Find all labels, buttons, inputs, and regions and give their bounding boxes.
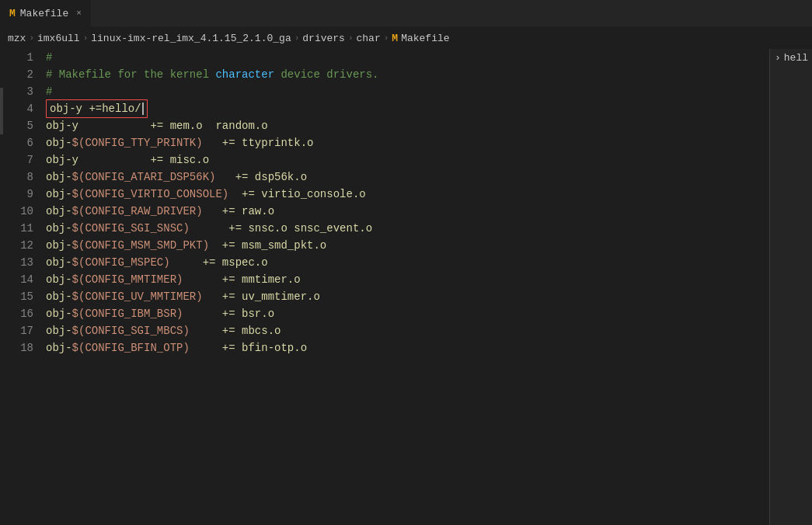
- line-14-config: $(CONFIG_MMTIMER): [72, 271, 183, 288]
- line-6-rest: += ttyprintk.o: [203, 134, 314, 151]
- code-line-18: obj-$(CONFIG_BFIN_OTP) += bfin-otp.o: [46, 339, 812, 356]
- line-2-content: # Makefile for the kernel character devi…: [46, 66, 378, 83]
- breadcrumb-file-icon: M: [392, 33, 398, 44]
- right-panel: › hell: [769, 49, 812, 525]
- right-panel-label: hell: [784, 52, 808, 64]
- line-13-config: $(CONFIG_MSPEC): [72, 254, 170, 271]
- line-3-content: #: [46, 83, 52, 100]
- line-18-obj: obj-: [46, 339, 72, 356]
- code-line-11: obj-$(CONFIG_SGI_SNSC) += snsc.o snsc_ev…: [46, 220, 812, 237]
- line-18-config: $(CONFIG_BFIN_OTP): [72, 339, 190, 356]
- line-num-17: 17: [16, 322, 33, 339]
- code-line-7: obj-y += misc.o: [46, 151, 812, 169]
- code-line-13: obj-$(CONFIG_MSPEC) += mspec.o: [46, 254, 812, 271]
- line-16-config: $(CONFIG_IBM_BSR): [72, 305, 183, 322]
- tab-makefile[interactable]: M Makefile ×: [0, 0, 92, 27]
- breadcrumb-linux[interactable]: linux-imx-rel_imx_4.1.15_2.1.0_ga: [91, 33, 291, 44]
- right-panel-toggle[interactable]: › hell: [770, 49, 812, 67]
- sep-5: ›: [384, 33, 389, 43]
- code-line-17: obj-$(CONFIG_SGI_MBCS) += mbcs.o: [46, 322, 812, 339]
- tab-label: Makefile: [20, 8, 68, 19]
- line-1-content: #: [46, 49, 52, 66]
- line-15-rest: += uv_mmtimer.o: [203, 288, 320, 305]
- sep-1: ›: [29, 33, 34, 43]
- line-num-11: 11: [16, 220, 33, 237]
- line-numbers: 1 2 3 4 5 6 7 8 9 10 11 12 13 14 15 16 1…: [0, 49, 43, 525]
- line-8-config: $(CONFIG_ATARI_DSP56K): [72, 169, 216, 186]
- code-line-12: obj-$(CONFIG_MSM_SMD_PKT) += msm_smd_pkt…: [46, 237, 812, 254]
- line-num-1: 1: [16, 49, 33, 66]
- line-num-14: 14: [16, 271, 33, 288]
- code-line-1: #: [46, 49, 812, 66]
- line-11-obj: obj-: [46, 220, 72, 237]
- makefile-tab-icon: M: [9, 8, 16, 19]
- line-num-12: 12: [16, 237, 33, 254]
- line-14-obj: obj-: [46, 271, 72, 288]
- code-line-14: obj-$(CONFIG_MMTIMER) += mmtimer.o: [46, 271, 812, 288]
- line-14-rest: += mmtimer.o: [183, 271, 300, 288]
- line-17-rest: += mbcs.o: [190, 322, 281, 339]
- line-13-rest: += mspec.o: [170, 254, 268, 271]
- line-6-config: $(CONFIG_TTY_PRINTK): [72, 134, 203, 151]
- code-line-2: # Makefile for the kernel character devi…: [46, 66, 812, 83]
- code-content[interactable]: # # Makefile for the kernel character de…: [43, 49, 812, 525]
- line-12-rest: += msm_smd_pkt.o: [209, 237, 326, 254]
- breadcrumb: mzx › imx6ull › linux-imx-rel_imx_4.1.15…: [0, 27, 812, 49]
- line-num-3: 3: [16, 83, 33, 100]
- breadcrumb-filename[interactable]: Makefile: [401, 33, 449, 44]
- line-num-13: 13: [16, 254, 33, 271]
- code-line-10: obj-$(CONFIG_RAW_DRIVER) += raw.o: [46, 203, 812, 220]
- line-num-9: 9: [16, 186, 33, 203]
- line-8-rest: += dsp56k.o: [215, 169, 307, 186]
- line-12-config: $(CONFIG_MSM_SMD_PKT): [72, 237, 209, 254]
- breadcrumb-mzx[interactable]: mzx: [8, 33, 26, 44]
- line-8-obj: obj-: [46, 169, 72, 186]
- code-line-15: obj-$(CONFIG_UV_MMTIMER) += uv_mmtimer.o: [46, 288, 812, 305]
- right-panel-arrow: ›: [775, 52, 781, 64]
- sep-3: ›: [294, 33, 300, 43]
- line-num-15: 15: [16, 288, 33, 305]
- line-num-2: 2: [16, 66, 33, 83]
- line-num-16: 16: [16, 305, 33, 322]
- line-17-config: $(CONFIG_SGI_MBCS): [72, 322, 190, 339]
- line-9-obj: obj-: [46, 186, 72, 203]
- line-num-8: 8: [16, 169, 33, 186]
- tab-bar: M Makefile ×: [0, 0, 812, 27]
- line-11-rest: += snsc.o snsc_event.o: [190, 220, 372, 237]
- line-16-rest: += bsr.o: [183, 305, 274, 322]
- line-num-5: 5: [16, 117, 33, 134]
- line-num-10: 10: [16, 203, 33, 220]
- close-tab-icon[interactable]: ×: [76, 9, 82, 18]
- line-10-obj: obj-: [46, 203, 72, 220]
- line-9-config: $(CONFIG_VIRTIO_CONSOLE): [72, 186, 229, 203]
- code-line-16: obj-$(CONFIG_IBM_BSR) += bsr.o: [46, 305, 812, 322]
- line-num-7: 7: [16, 151, 33, 169]
- line-6-obj: obj-: [46, 134, 72, 151]
- code-line-4[interactable]: obj-y +=hello/: [46, 100, 812, 117]
- line-num-6: 6: [16, 134, 33, 151]
- breadcrumb-imx6ull[interactable]: imx6ull: [37, 33, 80, 44]
- breadcrumb-drivers[interactable]: drivers: [302, 33, 345, 44]
- code-line-5: obj-y += mem.o random.o: [46, 117, 812, 134]
- line-9-rest: += virtio_console.o: [228, 186, 365, 203]
- line-12-obj: obj-: [46, 237, 72, 254]
- scroll-indicator: [0, 88, 3, 134]
- line-17-obj: obj-: [46, 322, 72, 339]
- code-line-3: #: [46, 83, 812, 100]
- line-11-config: $(CONFIG_SGI_SNSC): [72, 220, 190, 237]
- code-line-6: obj-$(CONFIG_TTY_PRINTK) += ttyprintk.o: [46, 134, 812, 151]
- line-15-config: $(CONFIG_UV_MMTIMER): [72, 288, 203, 305]
- line-18-rest: += bfin-otp.o: [190, 339, 307, 356]
- editor-area: 1 2 3 4 5 6 7 8 9 10 11 12 13 14 15 16 1…: [0, 49, 812, 525]
- line-15-obj: obj-: [46, 288, 72, 305]
- sep-4: ›: [348, 33, 354, 43]
- line-10-rest: += raw.o: [203, 203, 274, 220]
- breadcrumb-char[interactable]: char: [357, 33, 381, 44]
- line-5-content: obj-y += mem.o random.o: [46, 117, 268, 134]
- line-4-content: obj-y +=hello/: [46, 99, 148, 118]
- code-line-9: obj-$(CONFIG_VIRTIO_CONSOLE) += virtio_c…: [46, 186, 812, 203]
- line-num-4: 4: [16, 100, 33, 117]
- code-line-8: obj-$(CONFIG_ATARI_DSP56K) += dsp56k.o: [46, 169, 812, 186]
- line-num-18: 18: [16, 339, 33, 356]
- line-10-config: $(CONFIG_RAW_DRIVER): [72, 203, 203, 220]
